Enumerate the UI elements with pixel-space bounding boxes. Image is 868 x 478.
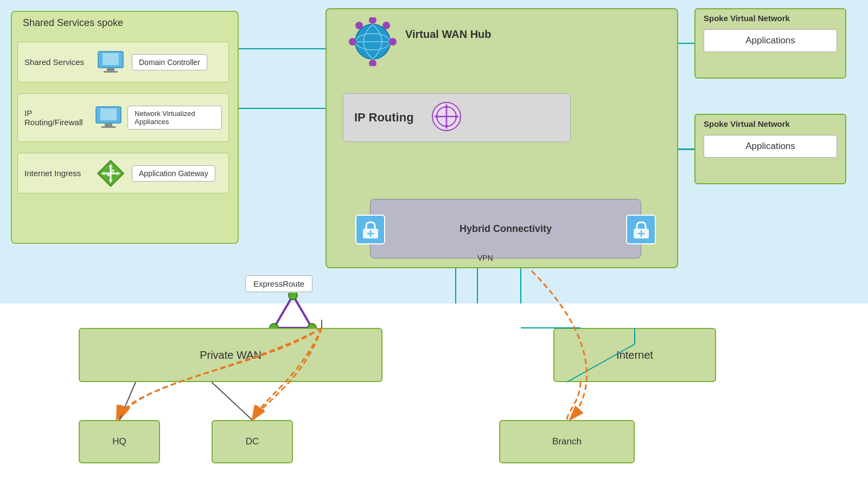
private-wan-box: Private WAN: [79, 328, 382, 382]
spoke-vnet-2-title: Spoke Virtual Network: [704, 119, 837, 128]
shared-services-label: Shared Services: [24, 57, 90, 67]
svg-rect-3: [104, 71, 118, 73]
monitor-icon-1: [95, 48, 126, 76]
spoke-vnet-1: Spoke Virtual Network Applications: [694, 8, 846, 79]
wan-hub-globe-icon: [348, 17, 397, 66]
svg-line-48: [293, 295, 312, 328]
svg-rect-2: [107, 68, 114, 71]
branch-node: Branch: [499, 420, 635, 463]
branch-label: Branch: [552, 436, 582, 447]
vpn-label: VPN: [477, 254, 493, 262]
spoke-vnet-2-apps: Applications: [704, 135, 837, 158]
spoke-vnet-1-apps: Applications: [704, 29, 837, 52]
ip-routing-box: IP Routing: [343, 93, 571, 142]
ip-routing-icon: [430, 100, 463, 135]
spoke-vnet-2: Spoke Virtual Network Applications: [694, 114, 846, 184]
application-gateway-label: Application Gateway: [132, 165, 215, 182]
svg-point-22: [349, 38, 356, 46]
monitor-icon-2: [95, 104, 122, 132]
dc-node: DC: [212, 420, 293, 463]
shared-services-spoke: Shared Services spoke Shared Services Do…: [11, 11, 239, 244]
lock-icon-left: [355, 215, 385, 244]
shared-services-row: Shared Services Domain Controller: [17, 42, 229, 82]
spoke-vnet-1-title: Spoke Virtual Network: [704, 14, 837, 23]
svg-rect-5: [100, 108, 117, 120]
ip-routing-label: IP Routing: [354, 111, 414, 125]
dc-label: DC: [246, 436, 259, 447]
svg-rect-6: [105, 124, 112, 126]
network-virtualized-label: Network Virtualized Appliances: [127, 106, 222, 130]
internet-box: Internet: [553, 328, 716, 382]
svg-point-23: [382, 22, 390, 29]
svg-rect-7: [101, 126, 116, 128]
svg-rect-1: [103, 53, 119, 65]
internet-label: Internet: [616, 349, 653, 361]
svg-point-20: [389, 38, 397, 46]
shared-services-spoke-title: Shared Services spoke: [23, 17, 123, 29]
wan-hub-title: Virtual WAN Hub: [405, 28, 492, 41]
svg-point-21: [369, 60, 376, 66]
internet-ingress-label: Internet Ingress: [24, 169, 90, 178]
domain-controller-label: Domain Controller: [132, 54, 207, 70]
expressroute-label: ExpressRoute: [245, 275, 312, 292]
svg-point-24: [355, 22, 363, 29]
ip-routing-firewall-label: IP Routing/Firewall: [24, 108, 90, 127]
svg-line-47: [274, 295, 293, 328]
svg-point-19: [369, 17, 376, 24]
internet-ingress-row: Internet Ingress ⤢ Application Gateway: [17, 153, 229, 193]
wan-hub-area: Virtual WAN Hub IP Routing: [326, 8, 678, 268]
hybrid-connectivity-box: Hybrid Connectivity: [370, 199, 641, 259]
lock-icon-right: [626, 215, 656, 244]
hq-label: HQ: [112, 436, 126, 447]
gateway-icon: ⤢: [95, 159, 126, 188]
hq-node: HQ: [79, 420, 160, 463]
private-wan-label: Private WAN: [200, 349, 261, 361]
svg-point-50: [289, 293, 297, 300]
hybrid-connectivity-title: Hybrid Connectivity: [459, 223, 552, 235]
ip-routing-firewall-row: IP Routing/Firewall Network Virtualized …: [17, 93, 229, 142]
